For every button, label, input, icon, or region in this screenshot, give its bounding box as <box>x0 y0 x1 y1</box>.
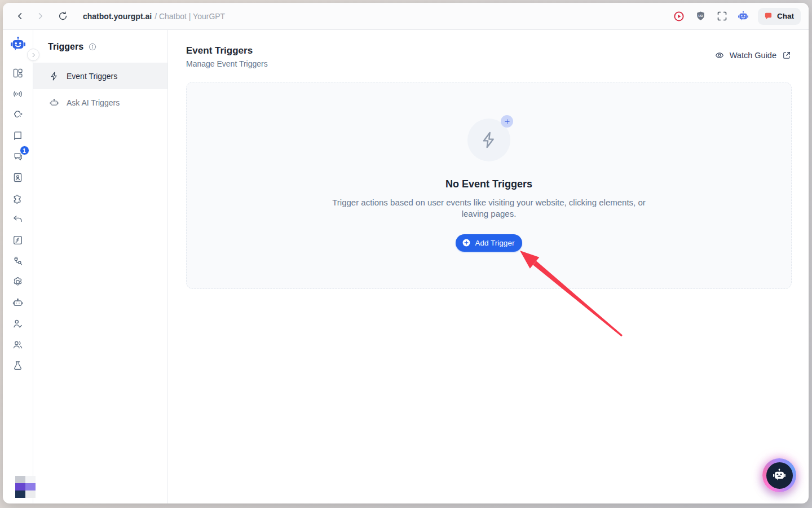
swatch <box>25 476 36 483</box>
reload-icon <box>58 11 68 21</box>
plus-badge <box>501 115 513 128</box>
nav-item-ask-ai-triggers[interactable]: Ask AI Triggers <box>33 89 167 116</box>
chatbot-widget-face <box>766 462 793 489</box>
contact-card-icon <box>12 172 24 183</box>
broadcast-icon <box>12 88 24 100</box>
eye-icon <box>714 50 725 60</box>
sidebar-item-chats[interactable]: 1 <box>11 150 25 163</box>
empty-state-title: No Event Triggers <box>445 178 532 190</box>
forward-button[interactable] <box>32 8 48 24</box>
toolbar-extensions: UO Chat <box>672 8 801 25</box>
svg-text:UO: UO <box>698 14 703 17</box>
external-link-icon <box>782 50 792 60</box>
sidebar-item-ai-brain[interactable] <box>11 108 25 121</box>
swatch <box>15 483 25 491</box>
main-content: Event Triggers Manage Event Triggers Wat… <box>168 30 809 503</box>
play-extension-button[interactable] <box>672 10 686 23</box>
panel-header: Triggers <box>33 39 167 55</box>
empty-state-description: Trigger actions based on user events lik… <box>324 197 654 220</box>
empty-state-icon <box>467 119 510 161</box>
empty-state-card: No Event Triggers Trigger actions based … <box>186 82 792 289</box>
sidebar-item-labs[interactable] <box>11 358 25 372</box>
swatch <box>25 483 36 491</box>
lightning-icon <box>49 71 59 81</box>
sidebar-item-contacts[interactable] <box>11 170 25 184</box>
people-icon <box>12 339 24 351</box>
book-icon <box>12 130 24 142</box>
sidebar-item-connectors[interactable] <box>11 254 25 268</box>
sidebar-item-reply[interactable] <box>11 212 25 226</box>
sidebar-item-functions[interactable] <box>11 233 25 247</box>
plug-icon <box>12 255 24 267</box>
puzzle-icon <box>12 192 24 204</box>
main-header: Event Triggers Manage Event Triggers Wat… <box>186 45 792 68</box>
triggers-panel: Triggers Event Triggers Ask AI Triggers <box>33 30 168 503</box>
capture-area-icon <box>716 10 728 22</box>
watch-guide-link[interactable]: Watch Guide <box>714 50 792 60</box>
sidebar-item-chatbot[interactable] <box>11 296 25 309</box>
add-trigger-label: Add Trigger <box>475 239 515 247</box>
play-circle-icon <box>673 10 685 23</box>
capture-extension-button[interactable] <box>715 10 729 23</box>
loading-swatch-artifact <box>15 476 36 498</box>
url-host: chatbot.yourgpt.ai <box>83 12 152 21</box>
page-title: Event Triggers <box>186 45 268 57</box>
add-trigger-button[interactable]: Add Trigger <box>456 234 523 252</box>
browser-window: chatbot.yourgpt.ai / Chatbot | YourGPT U… <box>3 3 809 503</box>
chat-extension-button[interactable]: Chat <box>758 8 801 25</box>
yourgpt-extension-button[interactable] <box>736 10 750 23</box>
forward-icon <box>35 11 46 21</box>
browser-toolbar: chatbot.yourgpt.ai / Chatbot | YourGPT U… <box>3 3 809 30</box>
unread-badge: 1 <box>20 146 29 155</box>
reply-arrow-icon <box>12 213 24 225</box>
gear-icon <box>12 276 24 288</box>
back-button[interactable] <box>12 8 28 24</box>
back-icon <box>15 11 25 21</box>
page-subtitle: Manage Event Triggers <box>186 59 268 68</box>
sidebar-item-settings[interactable] <box>11 275 25 288</box>
watch-guide-label: Watch Guide <box>730 51 776 60</box>
swatch <box>15 476 25 483</box>
nav-item-event-triggers[interactable]: Event Triggers <box>33 63 167 89</box>
yourgpt-logo[interactable] <box>10 36 27 52</box>
dashboard-icon <box>12 67 24 79</box>
robot-face-icon <box>771 467 787 483</box>
address-bar[interactable]: chatbot.yourgpt.ai / Chatbot | YourGPT <box>83 12 225 21</box>
chevron-right-icon <box>30 52 37 58</box>
info-icon[interactable] <box>88 42 97 51</box>
flask-icon <box>12 360 24 371</box>
sidebar-item-agents[interactable] <box>11 317 25 330</box>
sidebar-item-knowledge-base[interactable] <box>11 129 25 142</box>
sidebar-item-integrations[interactable] <box>11 191 25 205</box>
swatch <box>15 491 25 498</box>
chat-button-label: Chat <box>777 12 794 20</box>
shield-extension-button[interactable]: UO <box>694 10 707 23</box>
robot-icon <box>12 297 24 309</box>
chatbot-widget-button[interactable] <box>762 458 796 492</box>
swatch <box>25 491 36 498</box>
robot-icon <box>49 98 59 108</box>
brain-icon <box>12 109 24 121</box>
lightning-icon <box>479 130 498 150</box>
nav-item-label: Ask AI Triggers <box>67 98 120 107</box>
plus-circle-icon <box>461 238 471 248</box>
chat-bubble-icon <box>764 11 773 21</box>
sidebar-item-broadcast[interactable] <box>11 87 25 100</box>
plus-icon <box>504 119 510 125</box>
robot-extension-icon <box>737 10 749 23</box>
reload-button[interactable] <box>55 8 70 24</box>
function-icon <box>12 234 24 246</box>
panel-title: Triggers <box>48 42 83 52</box>
icon-rail: 1 <box>3 30 33 503</box>
sidebar-item-dashboard[interactable] <box>11 66 25 80</box>
url-path: / Chatbot | YourGPT <box>155 12 225 21</box>
nav-item-label: Event Triggers <box>67 72 117 81</box>
sidebar-item-team[interactable] <box>11 338 25 351</box>
shield-icon: UO <box>695 10 707 22</box>
panel-collapse-button[interactable] <box>27 49 39 61</box>
person-check-icon <box>12 318 24 330</box>
